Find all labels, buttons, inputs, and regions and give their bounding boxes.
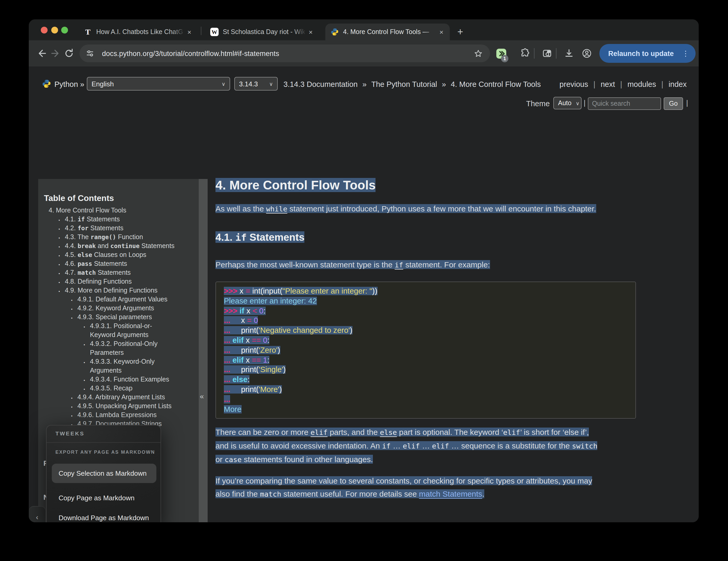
breadcrumb: 3.14.3 Documentation » The Python Tutori… xyxy=(283,80,541,88)
language-select[interactable]: English∨ xyxy=(87,77,230,90)
toc-item[interactable]: ▪4.9.3.1. Positional-or- xyxy=(38,322,199,331)
quick-search-input[interactable] xyxy=(588,97,661,110)
forward-icon[interactable] xyxy=(50,48,61,59)
inline-code-link[interactable]: if xyxy=(395,260,403,269)
inline-code: elif xyxy=(403,442,420,450)
popup-menu-item[interactable]: Copy Selection as Markdown xyxy=(52,464,156,483)
toc-item[interactable]: ▪4.6. pass Statements xyxy=(38,259,199,268)
nav-link-next[interactable]: next xyxy=(601,80,615,88)
toc-item[interactable]: ▪4.2. for Statements xyxy=(38,224,199,233)
tab-title-fade xyxy=(293,24,306,40)
tab-close-icon[interactable]: × xyxy=(306,27,315,37)
browser-tab[interactable]: THow A.I. Chatbots Like ChatG× xyxy=(78,24,198,40)
docs-nav-links: previous | next | modules | index xyxy=(560,80,687,88)
python-logo-icon xyxy=(42,79,51,88)
tab-close-icon[interactable]: × xyxy=(185,27,194,37)
bullet-icon: ▪ xyxy=(84,376,85,385)
version-select[interactable]: 3.14.3∨ xyxy=(234,77,278,90)
docs-brand[interactable]: Python » xyxy=(54,80,84,88)
breadcrumb-link[interactable]: 4. More Control Flow Tools xyxy=(451,80,541,88)
inline-link[interactable]: match Statements xyxy=(419,490,482,499)
toolbar-divider xyxy=(534,48,534,59)
tab-close-icon[interactable]: × xyxy=(437,27,446,37)
bullet-icon: ▪ xyxy=(84,323,85,331)
new-tab-button[interactable]: + xyxy=(453,25,467,39)
inline-code: else xyxy=(78,251,92,258)
toc-item[interactable]: ▪4.9.5. Unpacking Argument Lists xyxy=(38,402,199,411)
theme-select[interactable]: Auto∨ xyxy=(553,97,582,109)
inline-code: match xyxy=(78,269,96,276)
toc-item[interactable]: ▪4.3. The range() Function xyxy=(38,233,199,242)
breadcrumb-separator: » xyxy=(437,80,451,88)
toc-item[interactable]: ▪4.8. Defining Functions xyxy=(38,277,199,286)
toc-item[interactable]: ▪4.9.3. Special parameters xyxy=(38,313,199,322)
toc-item[interactable]: ▪4.9.2. Keyword Arguments xyxy=(38,304,199,313)
toc-item[interactable]: ▪4.9.3.4. Function Examples xyxy=(38,375,199,384)
reload-icon[interactable] xyxy=(63,48,75,59)
inline-code-link[interactable]: else xyxy=(380,428,397,437)
browser-menu-icon[interactable]: ⋮ xyxy=(682,49,689,58)
tab-search-icon[interactable] xyxy=(541,48,553,59)
bookmark-star-icon[interactable] xyxy=(472,48,484,59)
browser-tab[interactable]: WSt Scholastica Day riot - Wiki× xyxy=(205,24,319,40)
inline-code: elif xyxy=(503,428,520,437)
inline-code-link[interactable]: elif xyxy=(311,428,328,437)
back-icon[interactable] xyxy=(36,48,48,59)
popup-menu-item[interactable]: Download Page as Markdown xyxy=(52,508,156,522)
toc-item[interactable]: Arguments xyxy=(38,366,199,375)
bullet-icon: ▪ xyxy=(59,287,60,296)
address-bar[interactable]: docs.python.org/3/tutorial/controlflow.h… xyxy=(79,44,490,62)
site-info-icon[interactable] xyxy=(84,48,96,59)
sidebar-divider[interactable]: « xyxy=(199,179,208,522)
window-maximize-button[interactable] xyxy=(61,27,68,33)
code-line: ... elif x == 0: xyxy=(224,336,628,346)
toc-item[interactable]: ▪4.1. if Statements xyxy=(38,215,199,224)
bullet-icon: ▪ xyxy=(84,385,85,394)
url-text[interactable]: docs.python.org/3/tutorial/controlflow.h… xyxy=(102,49,279,57)
nav-separator: | xyxy=(656,80,669,88)
content-blocks: 4. More Control Flow ToolsAs well as the… xyxy=(215,178,699,522)
code-line: More xyxy=(224,404,628,414)
toc-item[interactable]: ▪4.9.3.2. Positional-Only xyxy=(38,340,199,349)
toc-item[interactable]: ▪4.5. else Clauses on Loops xyxy=(38,251,199,259)
code-line: ... print('Single') xyxy=(224,365,628,375)
toc-item[interactable]: ▪4.9.4. Arbitrary Argument Lists xyxy=(38,393,199,402)
toc-item[interactable]: ▪4.9.1. Default Argument Values xyxy=(38,295,199,304)
desktop: THow A.I. Chatbots Like ChatG×WSt Schola… xyxy=(0,0,728,561)
language-value: English xyxy=(92,80,114,88)
toc-item[interactable]: Parameters xyxy=(38,349,199,358)
side-collapse-tab[interactable]: ‹ xyxy=(29,506,46,522)
sidebar-collapse-icon[interactable]: « xyxy=(200,392,204,400)
nav-link-index[interactable]: index xyxy=(669,80,687,88)
extensions-puzzle-icon[interactable] xyxy=(519,48,531,59)
relaunch-to-update-button[interactable]: Relaunch to update ⋮ xyxy=(599,44,696,63)
toc-item[interactable]: ▪4.7. match Statements xyxy=(38,268,199,277)
inline-code: match xyxy=(260,490,281,499)
breadcrumb-link[interactable]: The Python Tutorial xyxy=(371,80,437,88)
inline-code-link[interactable]: while xyxy=(266,204,287,213)
toc-item[interactable]: ▪4.9.3.3. Keyword-Only xyxy=(38,358,199,366)
toc-item[interactable]: ▪4.4. break and continue Statements xyxy=(38,242,199,251)
toc-item[interactable]: ▪4.9. More on Defining Functions xyxy=(38,286,199,295)
profile-icon[interactable] xyxy=(581,48,593,59)
toc-item[interactable]: Keyword Arguments xyxy=(38,331,199,340)
content-paragraph: Perhaps the most well-known statement ty… xyxy=(215,258,699,271)
extension-badge: 1 xyxy=(501,55,508,62)
breadcrumb-link[interactable]: 3.14.3 Documentation xyxy=(283,80,358,88)
browser-toolbar: docs.python.org/3/tutorial/controlflow.h… xyxy=(29,40,699,66)
window-close-button[interactable] xyxy=(41,27,48,33)
window-minimize-button[interactable] xyxy=(51,27,58,33)
download-icon[interactable] xyxy=(563,48,575,59)
popup-menu-item[interactable]: Copy Page as Markdown xyxy=(52,488,156,508)
tab-title-fade xyxy=(172,24,185,40)
docs-theme-row: Theme Auto∨ | Go | xyxy=(29,96,699,117)
toc-item[interactable]: 4. More Control Flow Tools xyxy=(38,206,199,215)
go-button[interactable]: Go xyxy=(664,97,683,110)
relaunch-label: Relaunch to update xyxy=(608,49,674,57)
toc-item[interactable]: ▪4.9.3.5. Recap xyxy=(38,384,199,393)
toc-item[interactable]: ▪4.9.6. Lambda Expressions xyxy=(38,411,199,420)
nav-link-previous[interactable]: previous xyxy=(560,80,588,88)
browser-tab[interactable]: 4. More Control Flow Tools —× xyxy=(325,24,450,40)
code-line: ... print('More') xyxy=(224,385,628,395)
nav-link-modules[interactable]: modules xyxy=(627,80,656,88)
